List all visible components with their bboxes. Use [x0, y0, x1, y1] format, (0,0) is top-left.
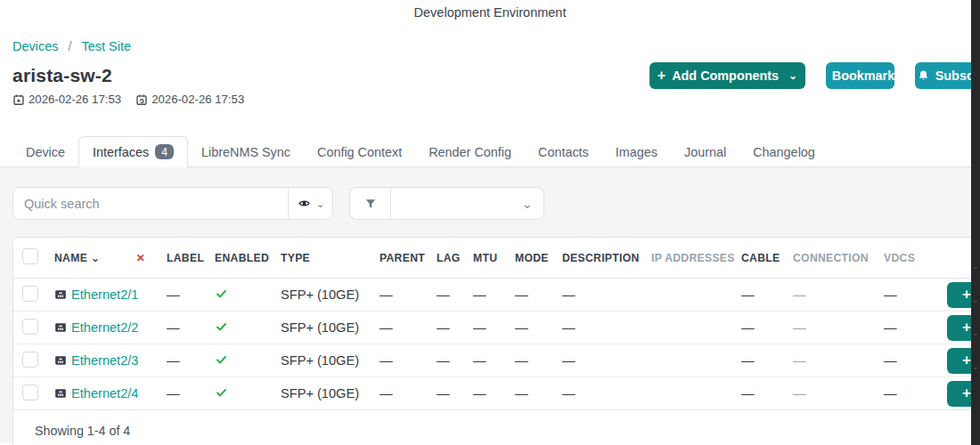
cell-vdcs: — [877, 377, 935, 410]
column-header-mtu[interactable]: MTU [466, 238, 508, 279]
cell-parent: — [372, 377, 429, 410]
cell-cable: — [734, 344, 786, 377]
chevron-down-icon: ⌄ [972, 263, 979, 270]
column-header-mode[interactable]: MODE [508, 238, 555, 279]
cell-mtu: — [466, 377, 508, 410]
add-components-button[interactable]: + Add Components ⌄ [649, 62, 805, 89]
column-header-ip-addresses[interactable]: IP ADDRESSES [644, 238, 734, 279]
interfaces-table: NAME ⌄ ✕ LABEL ENABLED TYPE PARENT LAG M… [13, 238, 980, 410]
interface-link[interactable]: Ethernet2/4 [71, 386, 138, 400]
eye-icon [297, 198, 312, 209]
cell-parent: — [372, 279, 429, 312]
search-input[interactable] [12, 187, 288, 220]
cell-parent: — [372, 344, 429, 377]
cell-mtu: — [466, 279, 508, 312]
tab-bar: Device Interfaces 4 LibreNMS Sync Config… [0, 137, 980, 167]
cell-description: — [555, 377, 644, 410]
breadcrumb-devices[interactable]: Devices [12, 39, 59, 53]
chevron-down-icon: ⌄ [788, 72, 797, 79]
tab-interfaces-count-badge: 4 [155, 144, 174, 159]
tab-device[interactable]: Device [12, 139, 78, 166]
saved-filters-button[interactable]: ⌄ [288, 187, 333, 220]
chevron-down-icon: ⌄ [972, 296, 979, 303]
chevron-down-icon: ⌄ [972, 363, 979, 370]
ethernet-icon [54, 354, 67, 367]
column-header-type[interactable]: TYPE [274, 238, 372, 279]
created-timestamp: 2026-02-26 17:53 [12, 93, 121, 106]
cell-vdcs: — [877, 344, 935, 377]
tab-interfaces[interactable]: Interfaces 4 [78, 136, 188, 167]
select-all-checkbox[interactable] [22, 248, 38, 264]
sort-caret-icon: ⌄ [91, 255, 100, 261]
cell-connection: — [786, 344, 877, 377]
tab-config-context[interactable]: Config Context [304, 139, 415, 166]
environment-banner: Development Environment [0, 0, 980, 25]
cell-vdcs: — [877, 312, 935, 344]
plus-icon: + [657, 69, 666, 82]
row-checkbox[interactable] [22, 384, 38, 400]
row-checkbox[interactable] [22, 319, 38, 335]
filter-button[interactable] [349, 187, 390, 220]
cell-label: — [159, 377, 208, 410]
tab-contacts[interactable]: Contacts [525, 139, 602, 166]
created-timestamp-text: 2026-02-26 17:53 [29, 93, 121, 106]
column-header-vdcs[interactable]: VDCS [877, 238, 935, 279]
table-row: Ethernet2/3 — SFP+ (10GE) — — — — — — — … [13, 344, 980, 377]
enabled-check-icon [215, 321, 228, 332]
tab-changelog[interactable]: Changelog [739, 139, 829, 166]
cell-ip-addresses [644, 279, 734, 312]
table-footer: Showing 1-4 of 4 [13, 410, 980, 445]
clear-sort-icon[interactable]: ✕ [136, 252, 152, 264]
tab-render-config[interactable]: Render Config [415, 139, 525, 166]
breadcrumb-site[interactable]: Test Site [81, 39, 131, 53]
cell-mode: — [508, 312, 555, 344]
table-header-row: NAME ⌄ ✕ LABEL ENABLED TYPE PARENT LAG M… [13, 238, 980, 279]
tab-interfaces-label: Interfaces [93, 145, 149, 159]
cell-vdcs: — [877, 279, 935, 312]
column-header-name[interactable]: NAME [54, 252, 87, 264]
table-row: Ethernet2/1 — SFP+ (10GE) — — — — — — — … [13, 279, 980, 312]
timestamps: 2026-02-26 17:53 2026-02-26 17:53 [12, 93, 968, 106]
cell-mode: — [508, 344, 555, 377]
cell-cable: — [734, 312, 786, 344]
cell-lag: — [429, 377, 466, 410]
tab-journal[interactable]: Journal [671, 139, 739, 166]
table-row: Ethernet2/4 — SFP+ (10GE) — — — — — — — … [13, 377, 980, 410]
search-group: ⌄ [12, 187, 333, 220]
column-header-cable[interactable]: CABLE [734, 238, 786, 279]
interface-link[interactable]: Ethernet2/1 [71, 287, 138, 302]
chevron-down-icon: ⌄ [316, 201, 324, 206]
ethernet-icon [54, 288, 67, 301]
cell-connection: — [786, 312, 877, 344]
page-header: arista-sw-2 2026-02-26 17:53 2026-02-26 … [12, 65, 968, 122]
bell-icon [918, 69, 929, 82]
interface-link[interactable]: Ethernet2/2 [71, 320, 138, 335]
column-header-label[interactable]: LABEL [159, 238, 208, 279]
filter-select[interactable]: ⌄ [390, 187, 544, 220]
column-header-description[interactable]: DESCRIPTION [555, 238, 644, 279]
tab-librenms-sync[interactable]: LibreNMS Sync [188, 139, 304, 166]
ethernet-icon [54, 387, 67, 400]
cell-cable: — [734, 377, 786, 410]
row-checkbox[interactable] [22, 352, 38, 368]
enabled-check-icon [215, 387, 228, 398]
row-checkbox[interactable] [22, 286, 38, 302]
column-header-connection[interactable]: CONNECTION [786, 238, 877, 279]
cell-type: SFP+ (10GE) [274, 312, 372, 344]
cell-description: — [555, 279, 644, 312]
interface-link[interactable]: Ethernet2/3 [71, 353, 138, 368]
environment-banner-text: Development Environment [414, 5, 567, 20]
cell-label: — [159, 344, 208, 377]
cell-description: — [555, 312, 644, 344]
table-body: Ethernet2/1 — SFP+ (10GE) — — — — — — — … [13, 279, 980, 410]
calendar-refresh-icon [135, 93, 148, 106]
tab-images[interactable]: Images [602, 139, 671, 166]
bookmark-button[interactable]: Bookmark [826, 62, 894, 89]
cell-ip-addresses [644, 377, 734, 410]
cell-lag: — [429, 279, 466, 312]
column-header-enabled[interactable]: ENABLED [208, 238, 274, 279]
column-header-lag[interactable]: LAG [429, 238, 466, 279]
cell-mode: — [508, 279, 555, 312]
cell-lag: — [429, 312, 466, 344]
column-header-parent[interactable]: PARENT [372, 238, 429, 279]
